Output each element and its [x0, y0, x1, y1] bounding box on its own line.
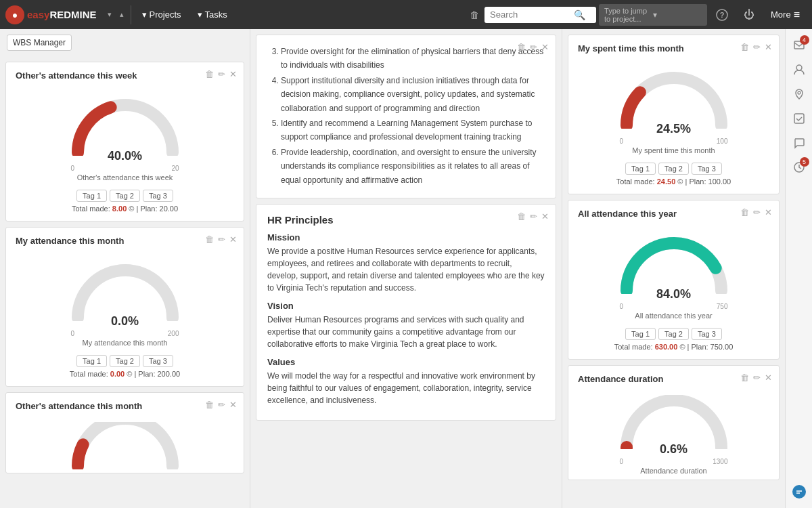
tag3-button[interactable]: Tag 3	[143, 355, 173, 367]
tag1-button[interactable]: Tag 1	[76, 355, 107, 367]
close-icon[interactable]: ✕	[229, 69, 237, 79]
chat-bubble-icon[interactable]	[788, 481, 810, 503]
tag1-button[interactable]: Tag 1	[625, 163, 656, 175]
hr-list: Provide oversight for the elimination of…	[267, 45, 545, 187]
list-item: Identify and recommend a Learning Manage…	[281, 117, 545, 144]
others-attendance-week-title: Other's attendance this week	[16, 70, 234, 81]
help-icon-btn[interactable]: ?	[710, 0, 734, 29]
projects-nav[interactable]: ▾ Projects	[135, 5, 188, 24]
tag1-button[interactable]: Tag 1	[76, 190, 107, 202]
tag2-button[interactable]: Tag 2	[658, 163, 689, 175]
total-value: 0.00	[110, 370, 125, 378]
delete-icon[interactable]: 🗑	[205, 69, 214, 79]
total-value: 24.50	[657, 177, 676, 186]
logo[interactable]: ● easyREDMINE	[5, 5, 97, 24]
attendance-duration-gauge: 0.6% 0 1300 Attendance duration	[578, 389, 769, 478]
logo-redmine: REDMINE	[49, 9, 96, 20]
nav-arrow-1[interactable]: ▾	[105, 10, 114, 19]
edit-icon[interactable]: ✏	[218, 400, 225, 410]
svg-rect-5	[794, 114, 804, 123]
tags-row: Tag 1 Tag 2 Tag 3	[578, 163, 769, 175]
wbs-manager-button[interactable]: WBS Manager	[7, 35, 72, 51]
projects-label: Projects	[150, 9, 181, 20]
trash-icon[interactable]: 🗑	[470, 9, 479, 20]
svg-point-4	[798, 91, 800, 94]
list-item: Provide oversight for the elimination of…	[281, 45, 545, 72]
total-value: 630.00	[655, 343, 678, 351]
plan-text: Plan: 100.00	[689, 177, 731, 186]
search-input[interactable]	[490, 9, 571, 20]
gauge-svg-wrapper	[64, 91, 186, 156]
gauge-sub-label: My attendance this month	[83, 339, 168, 347]
tag2-button[interactable]: Tag 2	[110, 190, 140, 202]
range-max: 200	[168, 330, 179, 337]
checkmark-icon[interactable]	[788, 108, 810, 129]
notification-icon-4[interactable]: 4	[788, 35, 810, 56]
badge-4: 4	[800, 35, 809, 45]
nav-divider-1	[131, 5, 131, 24]
range-min: 0	[620, 458, 624, 465]
close-icon[interactable]: ✕	[229, 400, 237, 410]
tag1-button[interactable]: Tag 1	[625, 328, 656, 340]
logo-icon: ●	[5, 5, 24, 24]
tasks-nav[interactable]: ▾ Tasks	[191, 5, 234, 24]
tag3-button[interactable]: Tag 3	[692, 328, 722, 340]
gauge-sub-label: My spent time this month	[632, 146, 715, 154]
location-icon[interactable]	[788, 83, 810, 105]
edit-icon[interactable]: ✏	[530, 42, 537, 52]
project-jump-arrow: ▾	[653, 10, 702, 20]
edit-icon[interactable]: ✏	[530, 211, 537, 221]
user-icon[interactable]	[788, 59, 810, 81]
top-navigation: ● easyREDMINE ▾ ▴ ▾ Projects ▾ Tasks 🗑 🔍…	[0, 0, 812, 29]
edit-icon[interactable]: ✏	[753, 373, 761, 383]
gauge-sub-label: All attendance this year	[635, 312, 712, 320]
nav-arrow-2[interactable]: ▴	[117, 10, 127, 19]
close-icon[interactable]: ✕	[765, 373, 772, 383]
project-jump-input[interactable]: Type to jump to project... ▾	[599, 4, 707, 26]
project-jump-text: Type to jump to project...	[604, 7, 653, 23]
edit-icon[interactable]: ✏	[753, 42, 761, 52]
range-min: 0	[620, 137, 624, 145]
history-icon[interactable]: 5	[788, 156, 810, 178]
close-icon[interactable]: ✕	[765, 42, 772, 52]
total-text: Total made:	[616, 177, 655, 186]
values-text: We will model the way for a respectful a…	[267, 370, 545, 406]
all-attendance-year-widget: All attendance this year 🗑 ✏ ✕ 84.0% 0 7…	[568, 200, 780, 360]
delete-icon[interactable]: 🗑	[205, 234, 214, 245]
gauge-sub-label: Attendance duration	[640, 467, 706, 475]
all-attendance-year-gauge: 84.0% 0 750 All attendance this year	[578, 224, 769, 322]
more-button[interactable]: More ≡	[764, 0, 807, 29]
close-icon[interactable]: ✕	[765, 207, 772, 217]
close-icon[interactable]: ✕	[229, 234, 237, 245]
delete-icon[interactable]: 🗑	[740, 42, 749, 52]
edit-icon[interactable]: ✏	[753, 207, 761, 217]
close-icon[interactable]: ✕	[541, 211, 549, 221]
edit-icon[interactable]: ✏	[218, 234, 225, 245]
tasks-arrow: ▾	[198, 9, 202, 20]
delete-icon[interactable]: 🗑	[517, 42, 526, 52]
delete-icon[interactable]: 🗑	[517, 211, 526, 221]
total-text: Total made:	[614, 343, 653, 351]
delete-icon[interactable]: 🗑	[205, 400, 214, 410]
power-icon-btn[interactable]: ⏻	[737, 0, 761, 29]
gauge-svg-wrapper	[64, 257, 186, 321]
search-box: 🔍	[484, 7, 596, 23]
spent-time-controls: 🗑 ✏ ✕	[740, 42, 772, 52]
tag3-button[interactable]: Tag 3	[692, 163, 722, 175]
svg-text:?: ?	[720, 11, 725, 19]
delete-icon[interactable]: 🗑	[740, 373, 749, 383]
others-attendance-week-gauge: 40.0% 0 20 Other's attendance this week	[16, 86, 234, 184]
edit-icon[interactable]: ✏	[218, 69, 225, 79]
spent-time-gauge: 24.5% 0 100 My spent time this month	[578, 59, 769, 157]
gauge-range: 0 20	[71, 165, 179, 172]
close-icon[interactable]: ✕	[541, 42, 549, 52]
tag3-button[interactable]: Tag 3	[143, 190, 173, 202]
delete-icon[interactable]: 🗑	[740, 207, 749, 217]
hr-principles-card: 🗑 ✏ ✕ HR Principles Mission We provide a…	[256, 204, 556, 421]
tag2-button[interactable]: Tag 2	[110, 355, 140, 367]
hamburger-icon: ≡	[794, 9, 800, 21]
my-attendance-month-gauge: 0.0% 0 200 My attendance this month	[16, 251, 234, 350]
tag2-button[interactable]: Tag 2	[658, 328, 689, 340]
comment-icon[interactable]	[788, 132, 810, 154]
badge-5: 5	[800, 157, 809, 167]
